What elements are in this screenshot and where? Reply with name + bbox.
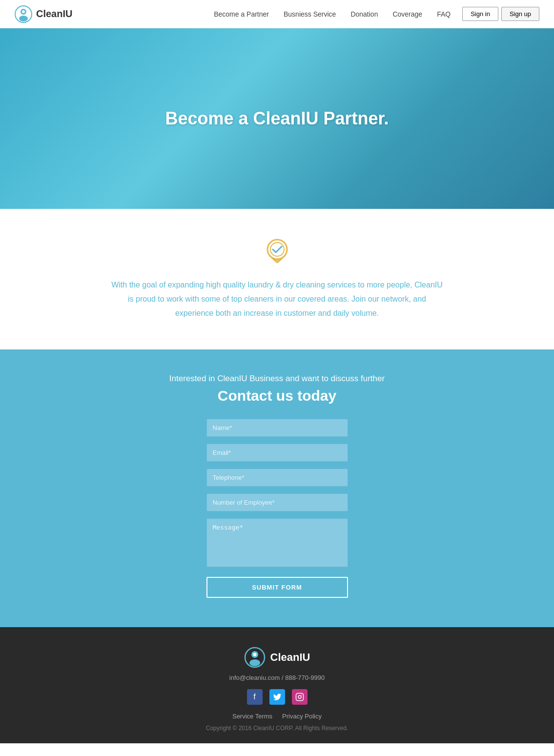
instagram-icon[interactable]: [292, 689, 308, 705]
hero-section: Become a CleanIU Partner.: [0, 28, 554, 209]
footer-logo-text: CleanIU: [270, 651, 310, 664]
form-section: Interested in CleanIU Business and want …: [0, 349, 554, 627]
nav-item-partner[interactable]: Become a Partner: [214, 10, 269, 19]
email-input[interactable]: [206, 444, 348, 462]
svg-point-2: [19, 16, 28, 21]
telephone-input[interactable]: [206, 469, 348, 487]
badge-section: With the goal of expanding high quality …: [0, 209, 554, 349]
badge-icon: [260, 233, 294, 269]
svg-point-11: [249, 659, 260, 666]
nav-links: Become a Partner Busniess Service Donati…: [214, 10, 451, 19]
form-subtitle: Interested in CleanIU Business and want …: [10, 374, 544, 384]
nav-logo-text: CleanIU: [36, 8, 72, 20]
footer-social: f: [10, 689, 544, 705]
svg-point-12: [253, 653, 256, 656]
nav-item-coverage[interactable]: Coverage: [392, 10, 422, 19]
signin-button[interactable]: Sign in: [462, 7, 498, 21]
facebook-icon[interactable]: f: [247, 689, 263, 705]
nav-item-faq[interactable]: FAQ: [437, 10, 451, 19]
svg-point-3: [22, 10, 25, 13]
submit-button[interactable]: SUBMIT FORM: [206, 577, 348, 598]
nav-item-donation[interactable]: Donation: [350, 10, 378, 19]
message-input[interactable]: [206, 518, 348, 567]
service-terms-link[interactable]: Service Terms: [232, 713, 272, 720]
nav-item-business[interactable]: Busniess Service: [284, 10, 336, 19]
footer-contact: info@cleaniu.com / 888-770-9990: [10, 674, 544, 681]
hero-title: Become a CleanIU Partner.: [165, 108, 389, 129]
footer-copyright: Copyright © 2016 CleanIU CORP. All Right…: [10, 725, 544, 732]
form-title: Contact us today: [10, 388, 544, 404]
twitter-icon[interactable]: [269, 689, 285, 705]
privacy-policy-link[interactable]: Privacy Policy: [282, 713, 322, 720]
navbar: CleanIU Become a Partner Busniess Servic…: [0, 0, 554, 28]
footer-logo: CleanIU: [10, 647, 544, 668]
svg-point-15: [301, 695, 302, 696]
badge-description: With the goal of expanding high quality …: [111, 278, 443, 320]
footer-logo-icon: [244, 647, 266, 668]
logo-icon: [15, 5, 32, 23]
svg-point-14: [298, 695, 301, 698]
name-input[interactable]: [206, 419, 348, 437]
contact-form: SUBMIT FORM: [206, 419, 348, 598]
footer-links: Service Terms Privacy Policy: [10, 713, 544, 720]
svg-rect-13: [296, 694, 303, 701]
employees-input[interactable]: [206, 493, 348, 511]
nav-auth: Sign in Sign up: [462, 7, 539, 21]
nav-logo[interactable]: CleanIU: [15, 5, 72, 23]
signup-button[interactable]: Sign up: [501, 7, 539, 21]
footer: CleanIU info@cleaniu.com / 888-770-9990 …: [0, 627, 554, 743]
